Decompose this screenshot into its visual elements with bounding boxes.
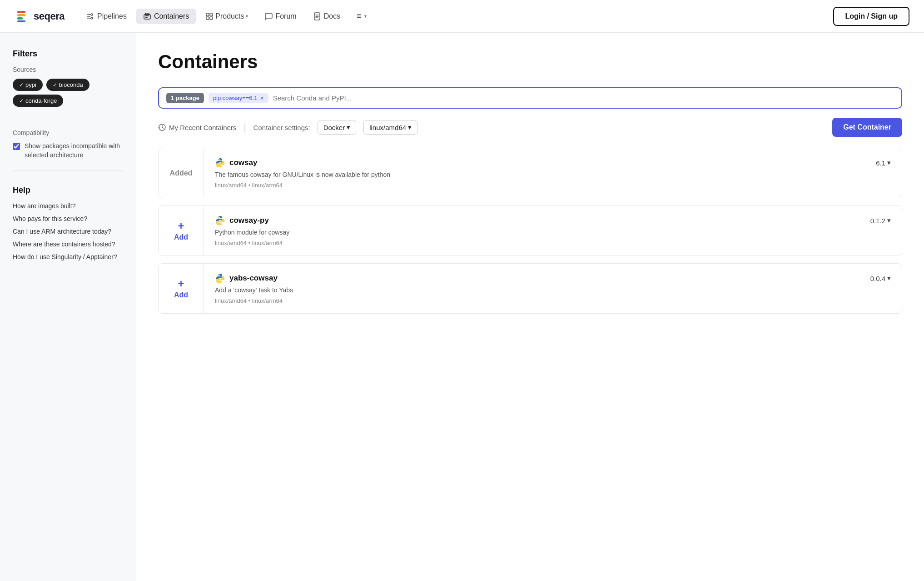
header: seqera Pipelines Containers [0, 0, 924, 33]
nav-products[interactable]: Products ▾ [198, 9, 255, 24]
card-name-row-cowsay: cowsay [215, 157, 257, 168]
help-link-1[interactable]: Who pays for this service? [13, 215, 123, 222]
containers-icon [143, 12, 151, 20]
python-icon-yabs-cowsay [215, 273, 226, 284]
logo[interactable]: seqera [15, 8, 65, 25]
login-button[interactable]: Login / Sign up [833, 7, 909, 26]
card-name-row-yabs-cowsay: yabs-cowsay [215, 273, 278, 284]
add-plus-icon-yabs-cowsay: + [178, 278, 184, 289]
search-input[interactable] [273, 94, 894, 102]
filters-title: Filters [13, 49, 123, 59]
card-platforms-cowsay: linux/amd64 • linux/arm64 [215, 182, 891, 189]
help-link-3[interactable]: Where are these containers hosted? [13, 240, 123, 248]
svg-rect-4 [17, 20, 25, 22]
conda-forge-check-icon: ✓ [19, 98, 24, 104]
card-header-cowsay: cowsay 6.1 ▾ [215, 157, 891, 168]
svg-rect-8 [210, 13, 213, 16]
svg-rect-6 [145, 13, 149, 15]
search-tag-label: pip:cowsay==6.1 [213, 95, 258, 101]
python-icon-cowsay-py [215, 215, 226, 226]
svg-point-17 [219, 275, 220, 276]
card-header-cowsay-py: cowsay-py 0.1.2 ▾ [215, 215, 891, 226]
yabs-cowsay-version-label: 0.0.4 [870, 275, 885, 282]
history-icon [158, 123, 166, 131]
help-link-4[interactable]: How do I use Singularity / Apptainer? [13, 253, 123, 260]
sources-label: Sources [13, 66, 123, 73]
more-chevron-icon: ▾ [364, 14, 367, 19]
cowsay-version-label: 6.1 [876, 159, 885, 167]
bioconda-check-icon: ✓ [53, 82, 57, 88]
get-container-button[interactable]: Get Container [832, 118, 902, 137]
add-yabs-cowsay-button[interactable]: + Add [174, 278, 188, 299]
arch-select[interactable]: linux/amd64 ▾ [363, 120, 417, 135]
nav-containers-label: Containers [154, 12, 189, 20]
docs-icon [313, 12, 321, 20]
card-body-yabs-cowsay: yabs-cowsay 0.0.4 ▾ Add a 'cowsay' task … [204, 264, 902, 313]
search-tag: pip:cowsay==6.1 × [209, 93, 268, 103]
svg-rect-2 [17, 14, 25, 16]
help-section: Help How are images built? Who pays for … [13, 185, 123, 260]
card-version-cowsay: 6.1 ▾ [876, 159, 891, 167]
divider-1 [13, 118, 123, 118]
recent-containers-button[interactable]: My Recent Containers [158, 123, 236, 131]
main-nav: Pipelines Containers Products ▾ [79, 7, 909, 26]
svg-rect-9 [206, 17, 209, 20]
filter-tag-bioconda[interactable]: ✓ bioconda [46, 79, 89, 91]
card-body-cowsay-py: cowsay-py 0.1.2 ▾ Python module for cows… [204, 206, 902, 255]
card-body-cowsay: cowsay 6.1 ▾ The famous cowsay for GNU/L… [204, 148, 902, 198]
nav-containers[interactable]: Containers [136, 9, 196, 24]
more-icon: ≡ [357, 11, 363, 21]
bioconda-label: bioconda [59, 81, 83, 88]
add-label-yabs-cowsay: Add [174, 291, 188, 299]
main-content: Containers 1 package pip:cowsay==6.1 × M… [136, 33, 924, 581]
cowsay-py-version-label: 0.1.2 [870, 217, 885, 225]
card-desc-yabs-cowsay: Add a 'cowsay' task to Yabs [215, 286, 891, 294]
nav-forum-label: Forum [275, 12, 296, 20]
pypi-label: pypi [25, 81, 36, 88]
nav-more[interactable]: ≡ ▾ [349, 8, 374, 25]
search-tag-close-icon[interactable]: × [260, 95, 263, 101]
card-action-cowsay-py: + Add [159, 206, 204, 255]
version-chevron-cowsay-py: ▾ [887, 216, 891, 225]
docker-select[interactable]: Docker ▾ [318, 120, 357, 135]
pipelines-icon [86, 12, 94, 20]
card-name-cowsay-py: cowsay-py [229, 216, 269, 225]
page-layout: Filters Sources ✓ pypi ✓ bioconda ✓ cond… [0, 33, 924, 581]
nav-docs-label: Docs [324, 12, 340, 20]
help-title: Help [13, 185, 123, 195]
sidebar: Filters Sources ✓ pypi ✓ bioconda ✓ cond… [0, 33, 136, 581]
compat-label: Show packages incompatible with selected… [25, 142, 123, 160]
compat-checkbox-row: Show packages incompatible with selected… [13, 142, 123, 160]
recent-containers-label: My Recent Containers [169, 124, 236, 131]
filter-tag-pypi[interactable]: ✓ pypi [13, 79, 43, 91]
version-chevron-yabs-cowsay: ▾ [887, 274, 891, 282]
settings-label: Container settings: [253, 124, 310, 131]
package-card-cowsay-py: + Add cowsay-py [158, 205, 902, 256]
svg-point-18 [221, 281, 222, 282]
help-links: How are images built? Who pays for this … [13, 202, 123, 260]
nav-docs[interactable]: Docs [306, 9, 348, 24]
search-bar[interactable]: 1 package pip:cowsay==6.1 × [158, 87, 902, 109]
help-link-2[interactable]: Can I use ARM architecture today? [13, 228, 123, 235]
card-header-yabs-cowsay: yabs-cowsay 0.0.4 ▾ [215, 273, 891, 284]
filter-tag-conda-forge[interactable]: ✓ conda-forge [13, 95, 63, 107]
card-desc-cowsay: The famous cowsay for GNU/Linux is now a… [215, 171, 891, 178]
add-cowsay-py-button[interactable]: + Add [174, 220, 188, 241]
compat-checkbox[interactable] [13, 143, 20, 150]
version-chevron-cowsay: ▾ [887, 159, 891, 167]
arch-label: linux/amd64 [369, 124, 406, 131]
compatibility-label: Compatibility [13, 129, 123, 136]
brand-name: seqera [34, 10, 65, 22]
docker-chevron-icon: ▾ [347, 123, 350, 131]
svg-point-14 [221, 165, 222, 166]
card-action-yabs-cowsay: + Add [159, 264, 204, 313]
help-link-0[interactable]: How are images built? [13, 202, 123, 210]
nav-products-label: Products [215, 12, 244, 20]
svg-rect-1 [17, 11, 25, 13]
products-icon [205, 12, 214, 20]
add-plus-icon-cowsay-py: + [178, 220, 184, 231]
svg-rect-7 [206, 13, 209, 16]
nav-pipelines[interactable]: Pipelines [79, 9, 134, 24]
svg-point-15 [219, 217, 220, 218]
nav-forum[interactable]: Forum [257, 9, 303, 24]
